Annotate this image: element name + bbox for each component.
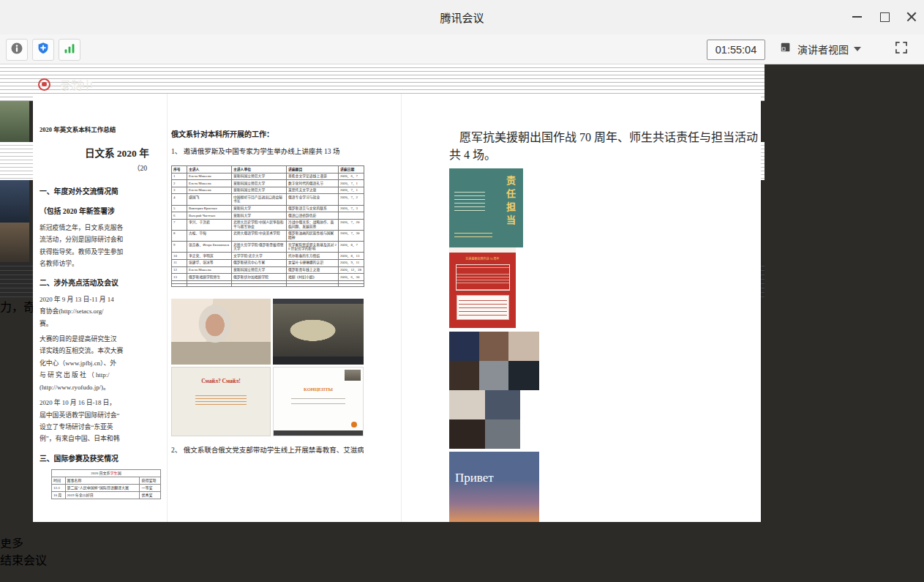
awards-cell: 一等奖 <box>140 485 161 492</box>
lecture-cell: 2020．7．30 <box>339 230 364 241</box>
online-lecture-screenshot-image <box>273 299 364 365</box>
view-mode-selector[interactable]: 演讲者视图 <box>780 39 861 59</box>
page-thumbnail[interactable] <box>0 223 29 262</box>
lecture-cell: Виктория Красных <box>187 205 232 212</box>
lecture-cell: 9 <box>172 242 187 253</box>
lecture-cell: 2020．8．7 <box>339 242 364 253</box>
lecture-cell: 3 <box>172 187 187 194</box>
whiteboard-notes <box>195 393 247 406</box>
network-signal-button[interactable] <box>59 39 80 61</box>
minimize-icon <box>852 16 862 18</box>
awards-cell: 时间 <box>52 477 66 485</box>
lecture-cell: 序号 <box>172 166 187 174</box>
lecture-cell: 2020．8．13 <box>339 253 364 260</box>
lecture-cell: 主讲人 <box>187 166 232 174</box>
concept-slide-screenshot-image: КОНЦЕПТЫ <box>273 367 364 436</box>
lecture-cell: 6 <box>172 212 187 220</box>
page-thumbnail[interactable] <box>0 180 29 223</box>
doc-line: 例”，有来自中国、日本和韩 <box>40 433 167 444</box>
recording-label: 录制中 <box>60 77 93 92</box>
lecture-cell: 莫斯科大学 <box>232 212 287 220</box>
security-shield-icon <box>36 41 50 59</box>
shared-document: 2020 年英文系本科工作总结 日文系 2020 年 （20 一、年度对外交流情… <box>33 94 761 522</box>
lecture-cell: Елена Макеева <box>187 187 232 194</box>
page-thumbnail[interactable] <box>0 101 29 142</box>
doc-paragraph: 愿军抗美援朝出国作战 70 周年、师生共话责任与担当活动共 4 场。 <box>449 127 761 163</box>
slide-orange-dot <box>351 422 357 428</box>
lecture-cell: 普希金文学足迹线上漫游 <box>287 173 339 180</box>
recording-dot-icon <box>38 78 50 91</box>
whiteboard-screenshot-image: Смайл? Смайл! <box>171 367 271 436</box>
lecture-cell: 俄罗斯油画的民族性格与国家精神 <box>287 230 339 241</box>
doc-line: 二、涉外亮点活动及会议 <box>40 277 167 289</box>
security-shield-button[interactable] <box>32 39 54 61</box>
maximize-icon <box>880 12 890 22</box>
lecture-cell <box>339 212 364 220</box>
fullscreen-button[interactable] <box>892 40 911 59</box>
view-mode-label: 演讲者视图 <box>797 42 849 56</box>
lecture-cell <box>287 283 339 286</box>
lecture-cell: 12 <box>172 266 187 274</box>
lecture-cell: 戏剧《村妇小姐》 <box>287 274 339 281</box>
doc-line: (http://www.ryofudo.jp/)。 <box>40 381 167 393</box>
doc-line: 赛。 <box>40 318 167 329</box>
info-button[interactable] <box>6 39 28 61</box>
close-icon <box>906 12 917 22</box>
doc-line: 与 研 究 出 版 社 （ http:/ <box>40 369 167 381</box>
responsibility-poster-image: 责任担当 <box>449 168 523 247</box>
doc-line: 一、年度对外交流情况简 <box>40 186 167 198</box>
lecture-table: 序号主讲人主讲人单位讲座题目讲座日期1Елена Макеева莫斯科国立师范大… <box>171 165 364 287</box>
lecture-cell: 李正荣、李明滨 <box>187 253 232 260</box>
lecture-cell: 俄语专业学习与就业 <box>287 194 339 205</box>
poster-list-lines <box>459 297 507 318</box>
doc-title-sub: （20 <box>133 163 167 173</box>
privet-text: Привет <box>455 471 499 485</box>
doc-header: 2020 年英文系本科工作总结 <box>40 124 167 133</box>
doc-line: 流活动，分别是国际研讨会和 <box>40 234 167 245</box>
slide-title: КОНЦЕПТЫ <box>274 387 363 392</box>
poster-article-box <box>456 264 510 291</box>
lecture-cell: 俄罗斯伏尔加戏剧学院 <box>232 274 287 281</box>
lecture-cell: 哲学家陀思妥耶夫斯基及其对 20 世纪哲学的影响 <box>287 242 339 253</box>
doc-list-item: 1、 邀请俄罗斯及中国专家为学生举办线上讲座共 13 场 <box>171 146 364 156</box>
lecture-cell: 1 <box>172 173 187 180</box>
chevron-down-icon <box>854 47 861 51</box>
phone-status-bar <box>449 247 516 253</box>
lecture-cell: 张百春、Игорь Евлампиев <box>187 242 232 253</box>
slide-toolbar <box>274 430 363 436</box>
lecture-cell: 托尔斯泰的东方情结 <box>287 253 339 260</box>
lecture-cell: 11 <box>172 259 187 266</box>
info-icon <box>10 41 24 59</box>
lecture-cell: 2020．6．7 <box>339 173 364 180</box>
title-bar: 腾讯会议 <box>0 0 924 34</box>
lecture-cell: 5 <box>172 205 187 212</box>
lecture-cell: 冷战中俄关系：战略协作、面临问题、发展前景 <box>287 219 339 230</box>
poster-text-lines <box>454 189 485 211</box>
minimize-button[interactable] <box>846 7 868 26</box>
lecture-cell: 女皇叶卡捷琳娜的认识 <box>287 259 339 266</box>
poster-text-lines <box>454 230 492 240</box>
maximize-button[interactable] <box>874 7 895 26</box>
wechat-article-poster-image: 抗美援朝出国作战 70 周年 <box>449 247 516 328</box>
awards-cell: 2020 日文系学生国 <box>52 470 161 477</box>
awards-table: 2020 日文系学生国时间赛事名称获得奖项12.3第二届“人民中国杯”国际日语翻… <box>51 469 161 499</box>
awards-cell: 获得奖项 <box>140 477 161 485</box>
end-meeting-button[interactable]: 结束会议 <box>0 551 924 568</box>
lecture-cell: 2 <box>172 180 187 187</box>
doc-line: 2020 年 9 月 13 日-11 月 14 <box>40 294 167 305</box>
window-title: 腾讯会议 <box>0 10 924 25</box>
close-button[interactable] <box>901 7 923 26</box>
lecture-cell: 2020．12．28 <box>339 266 364 274</box>
awards-cell: 2019 年全川好日 <box>65 492 140 499</box>
lecture-cell: 8 <box>172 230 187 241</box>
lecture-cell: 俄语口语修辞色彩 <box>287 212 339 220</box>
doc-line: 化中心（www.jpfbj.cn）、外 <box>40 357 167 369</box>
lecture-cell: 俄罗斯青年线上之旅 <box>287 266 339 274</box>
lecture-cell: 2020．7．3 <box>339 205 364 212</box>
doc-heading: 俄文系针对本科所开展的工作： <box>171 128 364 139</box>
meeting-timer: 01:55:04 <box>707 40 765 60</box>
lecture-cell: 2020．7．1 <box>339 180 364 187</box>
lecture-cell: 莫斯科国立师范大学 <box>232 187 287 194</box>
lecture-cell: Елена Макеева <box>187 173 232 180</box>
awards-cell: 12.3 <box>52 485 66 492</box>
